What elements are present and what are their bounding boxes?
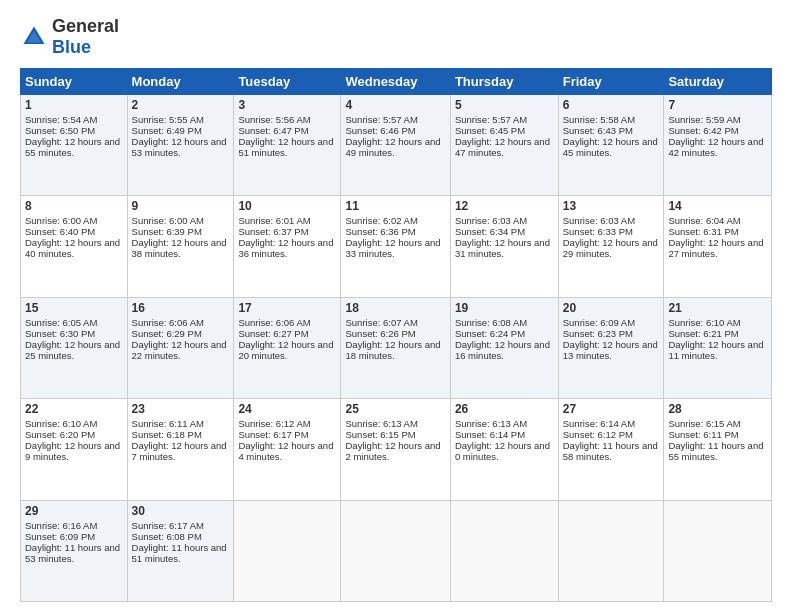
table-row: 5Sunrise: 5:57 AMSunset: 6:45 PMDaylight… — [450, 95, 558, 196]
table-row — [234, 500, 341, 601]
col-thursday: Thursday — [450, 69, 558, 95]
table-row: 23Sunrise: 6:11 AMSunset: 6:18 PMDayligh… — [127, 399, 234, 500]
table-row — [341, 500, 450, 601]
table-row: 2Sunrise: 5:55 AMSunset: 6:49 PMDaylight… — [127, 95, 234, 196]
table-row — [558, 500, 664, 601]
table-row: 11Sunrise: 6:02 AMSunset: 6:36 PMDayligh… — [341, 196, 450, 297]
table-row: 9Sunrise: 6:00 AMSunset: 6:39 PMDaylight… — [127, 196, 234, 297]
table-row: 4Sunrise: 5:57 AMSunset: 6:46 PMDaylight… — [341, 95, 450, 196]
calendar-header-row: Sunday Monday Tuesday Wednesday Thursday… — [21, 69, 772, 95]
table-row: 8Sunrise: 6:00 AMSunset: 6:40 PMDaylight… — [21, 196, 128, 297]
col-friday: Friday — [558, 69, 664, 95]
calendar-table: Sunday Monday Tuesday Wednesday Thursday… — [20, 68, 772, 602]
table-row: 27Sunrise: 6:14 AMSunset: 6:12 PMDayligh… — [558, 399, 664, 500]
logo-text: GeneralBlue — [52, 16, 119, 58]
table-row: 17Sunrise: 6:06 AMSunset: 6:27 PMDayligh… — [234, 297, 341, 398]
col-wednesday: Wednesday — [341, 69, 450, 95]
table-row: 22Sunrise: 6:10 AMSunset: 6:20 PMDayligh… — [21, 399, 128, 500]
table-row: 24Sunrise: 6:12 AMSunset: 6:17 PMDayligh… — [234, 399, 341, 500]
table-row: 26Sunrise: 6:13 AMSunset: 6:14 PMDayligh… — [450, 399, 558, 500]
table-row: 16Sunrise: 6:06 AMSunset: 6:29 PMDayligh… — [127, 297, 234, 398]
logo-icon — [20, 23, 48, 51]
table-row: 29Sunrise: 6:16 AMSunset: 6:09 PMDayligh… — [21, 500, 128, 601]
table-row: 18Sunrise: 6:07 AMSunset: 6:26 PMDayligh… — [341, 297, 450, 398]
col-sunday: Sunday — [21, 69, 128, 95]
table-row: 6Sunrise: 5:58 AMSunset: 6:43 PMDaylight… — [558, 95, 664, 196]
table-row: 14Sunrise: 6:04 AMSunset: 6:31 PMDayligh… — [664, 196, 772, 297]
table-row: 28Sunrise: 6:15 AMSunset: 6:11 PMDayligh… — [664, 399, 772, 500]
table-row: 25Sunrise: 6:13 AMSunset: 6:15 PMDayligh… — [341, 399, 450, 500]
table-row: 20Sunrise: 6:09 AMSunset: 6:23 PMDayligh… — [558, 297, 664, 398]
table-row: 19Sunrise: 6:08 AMSunset: 6:24 PMDayligh… — [450, 297, 558, 398]
table-row: 3Sunrise: 5:56 AMSunset: 6:47 PMDaylight… — [234, 95, 341, 196]
col-tuesday: Tuesday — [234, 69, 341, 95]
col-monday: Monday — [127, 69, 234, 95]
page-header: GeneralBlue — [20, 16, 772, 58]
logo: GeneralBlue — [20, 16, 119, 58]
table-row: 12Sunrise: 6:03 AMSunset: 6:34 PMDayligh… — [450, 196, 558, 297]
table-row: 21Sunrise: 6:10 AMSunset: 6:21 PMDayligh… — [664, 297, 772, 398]
table-row: 30Sunrise: 6:17 AMSunset: 6:08 PMDayligh… — [127, 500, 234, 601]
table-row: 13Sunrise: 6:03 AMSunset: 6:33 PMDayligh… — [558, 196, 664, 297]
table-row: 1Sunrise: 5:54 AMSunset: 6:50 PMDaylight… — [21, 95, 128, 196]
table-row — [450, 500, 558, 601]
table-row: 10Sunrise: 6:01 AMSunset: 6:37 PMDayligh… — [234, 196, 341, 297]
col-saturday: Saturday — [664, 69, 772, 95]
table-row — [664, 500, 772, 601]
table-row: 15Sunrise: 6:05 AMSunset: 6:30 PMDayligh… — [21, 297, 128, 398]
table-row: 7Sunrise: 5:59 AMSunset: 6:42 PMDaylight… — [664, 95, 772, 196]
